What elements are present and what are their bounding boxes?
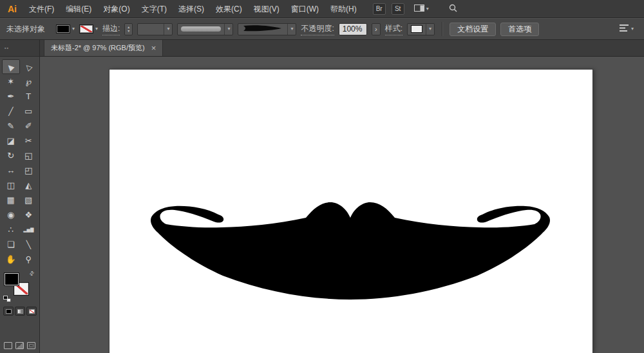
selection-tool[interactable]: ◀ [2, 59, 20, 74]
line-segment-tool-icon: ╱ [8, 107, 13, 116]
menu-item-select[interactable]: 选择(S) [173, 0, 210, 18]
tools-panel: ▪▪ ◀◁✶℘✒T╱▭✎✐◪✂↻◱↔◰◫◭▦▧◉❖∴▂▅▇❏╲✋⚲ ⇄ [0, 40, 40, 353]
column-graph-tool[interactable]: ▂▅▇ [20, 222, 38, 237]
pencil-tool[interactable]: ✐ [20, 119, 38, 133]
preferences-button[interactable]: 首选项 [500, 23, 539, 36]
hand-tool[interactable]: ✋ [2, 252, 20, 267]
pen-tool[interactable]: ✒ [2, 89, 20, 104]
fill-stroke-wells: ⇄ [3, 271, 37, 303]
tools-grid: ◀◁✶℘✒T╱▭✎✐◪✂↻◱↔◰◫◭▦▧◉❖∴▂▅▇❏╲✋⚲ [0, 57, 39, 267]
document-tab[interactable]: 未标题-2* @ 97% (RGB/预览) × [44, 40, 163, 56]
type-tool[interactable]: T [20, 89, 38, 104]
width-profile-select[interactable]: ▾ [238, 23, 296, 35]
none-button[interactable] [26, 307, 37, 316]
fill-well[interactable] [4, 272, 19, 286]
brush-definition-select[interactable]: ▾ [177, 23, 233, 35]
rectangle-tool[interactable]: ▭ [20, 104, 38, 119]
color-button[interactable] [3, 307, 14, 316]
eyedropper-tool[interactable]: ◉ [2, 207, 20, 222]
type-tool-icon: T [26, 91, 31, 101]
scale-tool[interactable]: ◱ [20, 148, 38, 163]
blend-tool[interactable]: ❖ [20, 207, 38, 222]
stroke-panel-link[interactable]: 描边: [102, 23, 120, 35]
rotate-tool[interactable]: ↻ [2, 148, 20, 163]
slice-tool[interactable]: ╲ [20, 237, 38, 252]
chevron-down-icon: ▾ [164, 24, 172, 35]
stroke-none-swatch[interactable] [79, 24, 93, 33]
free-transform-tool[interactable]: ◰ [20, 163, 38, 178]
canvas-pasteboard[interactable] [40, 57, 644, 353]
direct-selection-tool[interactable]: ◁ [20, 59, 38, 74]
mesh-tool-icon: ▦ [7, 195, 15, 205]
opacity-panel-link[interactable]: 不透明度: [301, 23, 334, 35]
gradient-button[interactable] [15, 307, 25, 316]
style-panel-link[interactable]: 样式: [385, 23, 402, 35]
opacity-field[interactable]: 100% [339, 23, 367, 35]
menu-item-type[interactable]: 文字(T) [136, 0, 173, 18]
symbol-sprayer-tool[interactable]: ∴ [2, 222, 20, 237]
scissors-tool[interactable]: ✂ [20, 133, 38, 148]
workspace-switcher[interactable]: ▾ [414, 5, 429, 14]
basic-brush-preview-icon [181, 26, 221, 32]
bridge-button[interactable]: Br [373, 3, 386, 15]
document-setup-button[interactable]: 文档设置 [450, 23, 496, 36]
lasso-tool-icon: ℘ [26, 77, 32, 86]
selection-tool-icon: ◀ [6, 61, 16, 72]
color-icon [6, 309, 12, 314]
artboard-tool[interactable]: ❏ [2, 237, 20, 252]
chevron-down-icon: ▾ [287, 24, 296, 35]
close-icon[interactable]: × [151, 44, 156, 52]
menu-item-view[interactable]: 视图(V) [248, 0, 285, 18]
menu-item-edit[interactable]: 编辑(E) [60, 0, 97, 18]
mustache-path[interactable] [151, 202, 550, 300]
gradient-tool[interactable]: ▧ [20, 193, 38, 207]
menu-item-help[interactable]: 帮助(H) [325, 0, 363, 18]
stock-button[interactable]: St [392, 3, 404, 15]
draw-behind-button[interactable] [15, 342, 24, 349]
width-tool[interactable]: ↔ [2, 163, 20, 178]
width-profile-preview-icon [242, 24, 284, 34]
opacity-expand-button[interactable]: › [372, 23, 381, 35]
magic-wand-tool-icon: ✶ [7, 77, 14, 86]
lasso-tool[interactable]: ℘ [20, 74, 38, 89]
tools-panel-header[interactable]: ▪▪ [0, 40, 39, 57]
chevron-down-icon: ▾ [426, 6, 429, 12]
shape-builder-tool[interactable]: ◫ [2, 178, 20, 193]
artboard-tool-icon: ❏ [7, 240, 15, 249]
perspective-grid-tool[interactable]: ◭ [20, 178, 38, 193]
menu-item-object[interactable]: 对象(O) [97, 0, 135, 18]
menu-item-window[interactable]: 窗口(W) [285, 0, 325, 18]
graphic-style-select[interactable]: ▾ [407, 23, 435, 35]
swap-fill-stroke-icon[interactable]: ⇄ [28, 270, 36, 278]
paintbrush-tool[interactable]: ✎ [2, 119, 20, 133]
menu-item-effect[interactable]: 效果(C) [210, 0, 248, 18]
search-button[interactable] [449, 4, 457, 14]
artboard[interactable] [109, 70, 592, 353]
magic-wand-tool[interactable]: ✶ [2, 74, 20, 89]
stroke-weight-select[interactable]: ▾ [137, 23, 173, 35]
paintbrush-tool-icon: ✎ [7, 121, 14, 131]
stroke-color-control[interactable]: ▾ [79, 24, 98, 33]
rotate-tool-icon: ↻ [7, 151, 14, 160]
mesh-tool[interactable]: ▦ [2, 193, 20, 207]
draw-normal-button[interactable] [4, 342, 12, 349]
panel-grip-icon: ▪▪ [5, 46, 9, 50]
default-fill-stroke-icon[interactable] [3, 296, 12, 303]
mustache-shape[interactable] [149, 200, 551, 301]
pen-tool-icon: ✒ [7, 91, 14, 101]
chevron-down-icon: ▾ [72, 26, 75, 32]
zoom-tool[interactable]: ⚲ [20, 252, 38, 267]
draw-inside-button[interactable] [27, 342, 35, 349]
align-control[interactable]: ▾ [620, 24, 634, 33]
style-swatch-icon [411, 25, 422, 33]
line-segment-tool[interactable]: ╱ [2, 104, 20, 119]
menubar-extras: Br St ▾ [373, 3, 457, 15]
eraser-tool[interactable]: ◪ [2, 133, 20, 148]
menu-item-file[interactable]: 文件(F) [23, 0, 60, 18]
stroke-weight-stepper[interactable]: ▴ ▾ [124, 23, 133, 35]
document-tab-title: 未标题-2* @ 97% (RGB/预览) [51, 43, 145, 53]
fill-color-swatch[interactable] [56, 24, 70, 33]
chevron-down-icon: ▾ [426, 24, 434, 35]
scale-tool-icon: ◱ [24, 151, 32, 160]
fill-color-control[interactable]: ▾ [56, 24, 75, 33]
